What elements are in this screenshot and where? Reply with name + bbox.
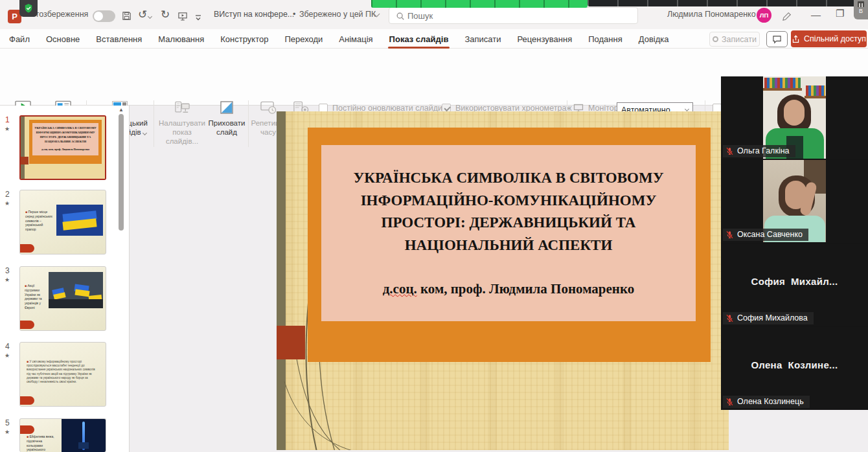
search-box[interactable] bbox=[389, 7, 638, 24]
ribbon-tabs: Файл Основне Вставлення Малювання Констр… bbox=[9, 29, 669, 49]
subtitle-prefix: д.соц. bbox=[383, 281, 417, 297]
slide-1-number: 1 bbox=[5, 115, 17, 124]
tab-transitions[interactable]: Переходи bbox=[284, 34, 323, 44]
slide-3-animation-star-icon: ★ bbox=[5, 277, 10, 283]
minimize-button[interactable]: — bbox=[811, 9, 821, 20]
scroll-up-arrow[interactable]: ▲ bbox=[119, 107, 124, 113]
setup-slideshow-label: Налаштувати показ слайдів... bbox=[157, 119, 207, 146]
slide-thumbnail-3[interactable]: ■ Акції підтримки України як держави та … bbox=[19, 266, 106, 331]
calendar-icon bbox=[858, 1, 864, 7]
chevron-down-icon bbox=[148, 14, 152, 19]
rehearse-clock-icon bbox=[260, 100, 277, 117]
tab-home[interactable]: Основне bbox=[46, 34, 80, 44]
mic-muted-icon bbox=[725, 398, 734, 406]
user-name[interactable]: Людмила Пономаренко bbox=[667, 10, 753, 19]
save-icon[interactable] bbox=[122, 9, 131, 22]
slide-thumbnail-2[interactable]: ■ Перше місце серед українських символів… bbox=[19, 190, 106, 254]
slide-subtitle-text: д.соц. ком, проф. Людмила Пономаренко bbox=[383, 281, 635, 297]
slideshow-icon[interactable] bbox=[177, 10, 188, 23]
slide-canvas[interactable]: УКРАЇНСЬКА СИМВОЛІКА В СВІТОВОМУ ІНФОРМА… bbox=[277, 111, 729, 450]
thumbnail-scrollbar[interactable] bbox=[119, 114, 124, 231]
user-avatar[interactable]: ЛП bbox=[757, 8, 771, 23]
mic-muted-icon bbox=[725, 231, 734, 239]
participant-display-name: София Михайл... bbox=[721, 276, 868, 287]
thumb-pink-box: УКРАЇНСЬКА СИМВОЛІКА В СВІТОВОМУ ІНФОРМА… bbox=[32, 123, 98, 155]
slide-4-animation-star-icon: ★ bbox=[5, 352, 10, 359]
share-button-label: Спільний доступ bbox=[804, 34, 866, 43]
participant-tile[interactable]: Оксана Савченко bbox=[721, 160, 868, 243]
slide-title-box[interactable]: УКРАЇНСЬКА СИМВОЛІКА В СВІТОВОМУ ІНФОРМА… bbox=[321, 145, 696, 321]
restore-button[interactable]: ❐ bbox=[836, 8, 844, 19]
separator bbox=[248, 100, 249, 147]
corner-fragment-text: В bbox=[859, 8, 863, 14]
mic-muted-icon bbox=[725, 314, 734, 322]
ribbon-tab-row: Файл Основне Вставлення Малювання Констр… bbox=[0, 29, 868, 49]
participant-name: Олена Козлинець bbox=[737, 397, 804, 406]
thumb-text: ■ Ейфелева вежа, підсвічена кольорами ук… bbox=[27, 435, 56, 452]
autosave-toggle[interactable] bbox=[93, 10, 115, 22]
zoom-toolbar-fragment[interactable] bbox=[588, 0, 856, 6]
hide-slide-label: Приховати слайд bbox=[208, 119, 246, 137]
document-title[interactable]: ВИступ на конфере... bbox=[214, 10, 294, 19]
mic-muted-icon bbox=[725, 147, 734, 155]
tab-slideshow[interactable]: Показ слайдів bbox=[389, 34, 449, 44]
tab-file[interactable]: Файл bbox=[9, 34, 30, 44]
slide-red-square bbox=[277, 326, 305, 359]
doc-separator: • bbox=[293, 10, 295, 19]
participant-name-chip: Ольга Галкіна bbox=[723, 145, 795, 157]
share-button[interactable]: Спільний доступ bbox=[791, 30, 867, 47]
slide-1-animation-star-icon: ★ bbox=[5, 126, 10, 132]
thumb-title: УКРАЇНСЬКА СИМВОЛІКА В СВІТОВОМУ ІНФОРМА… bbox=[32, 126, 98, 144]
bookmark-decoration bbox=[20, 396, 34, 405]
tab-record[interactable]: Записати bbox=[464, 34, 501, 44]
thumb-text: ■ У світовому інформаційному просторі пр… bbox=[27, 359, 99, 384]
customize-qat-icon[interactable] bbox=[194, 10, 202, 23]
tab-insert[interactable]: Вставлення bbox=[96, 34, 142, 44]
chevron-down-icon bbox=[685, 106, 689, 111]
participant-tile[interactable]: Ольга Галкіна bbox=[721, 76, 868, 159]
redo-icon[interactable]: ↻ bbox=[161, 8, 170, 21]
subtitle-rest: ком, проф. Людмила Пономаренко bbox=[417, 281, 634, 297]
tab-design[interactable]: Конструктор bbox=[220, 34, 268, 44]
setup-slideshow-button[interactable]: Налаштувати показ слайдів... bbox=[157, 100, 207, 146]
slide-5-animation-star-icon: ★ bbox=[5, 429, 10, 435]
slide-thumbnail-5[interactable]: ■ Ейфелева вежа, підсвічена кольорами ук… bbox=[19, 418, 106, 452]
zoom-corner-fragment[interactable]: В bbox=[854, 0, 868, 19]
setup-show-icon bbox=[174, 100, 191, 117]
slide-2-number: 2 bbox=[5, 190, 17, 199]
participant-name: Оксана Савченко bbox=[737, 230, 803, 239]
tab-view[interactable]: Подання bbox=[588, 34, 622, 44]
comments-button[interactable] bbox=[766, 31, 788, 47]
share-icon bbox=[792, 35, 800, 43]
search-input[interactable] bbox=[407, 11, 602, 21]
flag-image bbox=[56, 205, 103, 236]
doc-save-status[interactable]: Збережено у цей ПК bbox=[299, 10, 376, 19]
participant-name-chip: Оксана Савченко bbox=[723, 229, 808, 241]
slide-thumbnail-4[interactable]: ■ У світовому інформаційному просторі пр… bbox=[19, 342, 106, 407]
search-icon bbox=[396, 12, 405, 21]
participant-name: Ольга Галкіна bbox=[737, 146, 790, 155]
undo-icon[interactable]: ↺ bbox=[138, 8, 152, 21]
slide-5-number: 5 bbox=[5, 418, 17, 427]
comment-icon bbox=[772, 35, 782, 44]
meeting-security-badge[interactable] bbox=[19, 0, 38, 17]
draw-pen-icon[interactable] bbox=[782, 10, 792, 23]
participant-tile[interactable]: София Михайл... София Михайлова bbox=[721, 243, 868, 326]
slide-thumbnail-1[interactable]: УКРАЇНСЬКА СИМВОЛІКА В СВІТОВОМУ ІНФОРМА… bbox=[19, 115, 106, 180]
record-button[interactable]: Записати bbox=[709, 32, 760, 47]
tab-animations[interactable]: Анімація bbox=[339, 34, 372, 44]
separator bbox=[154, 100, 154, 147]
tab-review[interactable]: Рецензування bbox=[517, 34, 572, 44]
bookmark-decoration bbox=[20, 425, 34, 434]
participant-display-name: Олена Козлине... bbox=[721, 359, 868, 370]
slide-4-number: 4 bbox=[5, 342, 17, 351]
tab-help[interactable]: Довідка bbox=[639, 34, 669, 44]
bookmark-decoration bbox=[20, 321, 34, 329]
zoom-participants-panel[interactable]: Ольга Галкіна Оксана Савченко София Миха… bbox=[721, 76, 868, 410]
shield-check-icon bbox=[24, 3, 33, 14]
hide-slide-button[interactable]: Приховати слайд bbox=[208, 100, 246, 137]
slide-title-text: УКРАЇНСЬКА СИМВОЛІКА В СВІТОВОМУ ІНФОРМА… bbox=[334, 167, 683, 256]
crowd-photo bbox=[49, 272, 103, 308]
participant-tile[interactable]: Олена Козлине... Олена Козлинець bbox=[721, 327, 868, 410]
tab-draw[interactable]: Малювання bbox=[158, 34, 204, 44]
